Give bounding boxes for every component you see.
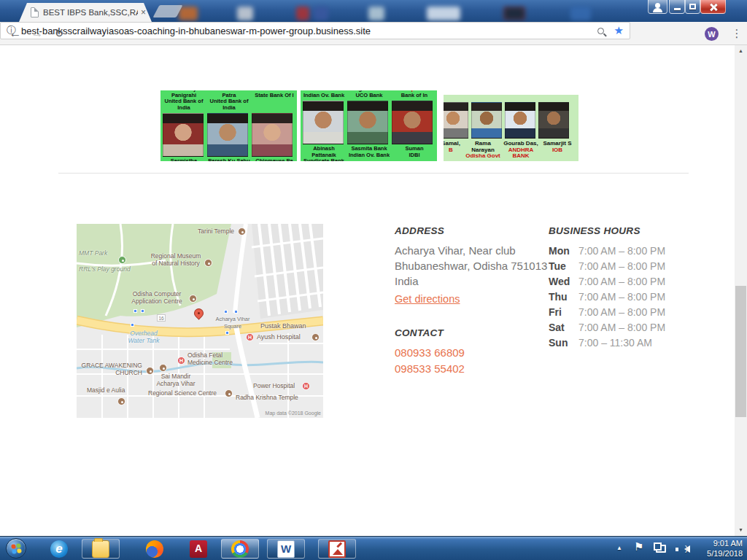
forward-button[interactable]: → (26, 22, 48, 45)
student-photo (303, 101, 344, 144)
back-button[interactable]: ← (4, 22, 26, 45)
windows-logo-icon (11, 543, 22, 554)
network-icon[interactable] (656, 545, 666, 553)
taskbar-item-internet-explorer[interactable]: e (47, 539, 71, 559)
desktop-icon-blur (179, 7, 198, 20)
phone-link[interactable]: 080933 66809 (395, 346, 465, 359)
student-bank: State Bank Of I (255, 92, 293, 98)
student-name: Chinmayee Pa (255, 158, 293, 161)
scrollbar-thumb[interactable] (735, 286, 746, 417)
maximize-button[interactable] (685, 0, 700, 14)
map-copyright: Map data ©2018 Google (266, 411, 321, 416)
museum-poi-icon (204, 259, 212, 267)
phone-link[interactable]: 098533 55402 (395, 362, 465, 375)
word-icon: W (277, 540, 295, 558)
folder-icon (92, 540, 109, 558)
contact-heading: CONTACT (395, 327, 444, 338)
student-photo (252, 113, 293, 157)
get-directions-link[interactable]: Get directions (395, 293, 460, 305)
map-label: Overhead Water Tank (122, 330, 166, 344)
hours-day: Wed (549, 276, 570, 287)
student-name: Abinash Pattanaik (311, 145, 336, 158)
map-label: Power Hospital (253, 383, 295, 390)
close-window-button[interactable] (700, 0, 726, 14)
browser-tab[interactable]: BEST IBPS Bank,SSC,RAIL × (19, 3, 152, 22)
map-label: Regional Science Centre (148, 390, 217, 397)
hours-time: 7:00 AM – 8:00 PM (578, 291, 665, 303)
tab-title: BEST IBPS Bank,SSC,RAIL (43, 8, 138, 17)
minimize-button[interactable] (669, 0, 685, 14)
start-button[interactable] (6, 538, 26, 559)
student-bank: Bank of In (401, 92, 427, 98)
hours-time: 7:00 AM – 8:00 PM (578, 306, 665, 318)
student-bank: IDBI (409, 152, 420, 158)
poi-icon (311, 333, 320, 341)
taskbar-item-firefox[interactable] (142, 539, 167, 559)
mandir-poi-icon (159, 364, 167, 372)
students-collage-3: Samal,B Rama NarayanOdisha Govt Gourab D… (444, 95, 578, 161)
map-label: Odisha Computer Application Centre (126, 291, 187, 305)
student-bank: United Bank of India (165, 98, 204, 111)
hours-day: Tue (549, 260, 566, 272)
taskbar-item-picture-manager[interactable] (318, 539, 356, 559)
hours-time: 7:00 – 11:30 AM (578, 337, 652, 349)
tray-expand-arrow[interactable]: ▲ (616, 545, 622, 551)
taskbar-item-adobe-reader[interactable]: A (186, 539, 211, 559)
student-photo (207, 113, 248, 157)
map-label: Sai Mandir Acharya Vihar (150, 373, 202, 387)
bus-stop-icon (224, 310, 228, 314)
location-map[interactable]: Tarini Temple MMT Park RRL's Play ground… (77, 224, 323, 418)
clock-date: 5/19/2018 (707, 549, 743, 559)
address-line: India (395, 275, 419, 287)
minimize-icon (674, 8, 681, 10)
hours-day: Mon (549, 245, 570, 257)
map-label: MMT Park (79, 250, 107, 257)
hospital-icon: H (246, 333, 254, 341)
scroll-down-arrow[interactable]: ▲ (735, 525, 747, 536)
taskbar-item-explorer[interactable] (82, 539, 120, 559)
poi-icon (225, 389, 233, 397)
address-line: Bhubaneshwar, Odisha 751013 (395, 260, 547, 272)
action-center-flag-icon[interactable]: ⚑ (634, 540, 643, 553)
address-heading: ADDRESS (395, 225, 444, 236)
address-bar[interactable]: ⓘ best-banksscrailwayiasoas-coaching-in-… (0, 22, 630, 39)
student-bank: IOB (552, 147, 562, 153)
page-scrollbar[interactable]: ▲ ▲ (735, 45, 747, 536)
students-collage-2: Renuka SahuIndian Ov. Bank Maguni SwainU… (301, 90, 437, 161)
reload-button[interactable]: ↻ (48, 22, 70, 45)
page-content: Radhanarayan PanigrahiUnited Bank of Ind… (0, 45, 735, 536)
extension-w-icon[interactable]: W (705, 27, 719, 41)
profile-button[interactable] (648, 0, 667, 14)
route-shield: 16 (157, 314, 166, 322)
map-label: Acharya Vihar Square (215, 316, 250, 330)
student-bank: ANDHRA BANK (508, 147, 534, 160)
taskbar-clock[interactable]: 9:01 AM 5/19/2018 (707, 539, 743, 559)
map-label: Masjid e Aulia (87, 387, 125, 394)
hospital-icon: H (302, 382, 310, 390)
hours-day: Sat (549, 322, 565, 333)
picture-manager-icon (328, 540, 346, 558)
map-label: RRL's Play ground (79, 266, 131, 273)
taskbar-item-chrome[interactable] (221, 539, 259, 559)
close-icon (709, 3, 717, 11)
student-name: Madhusmita Patra (213, 90, 245, 98)
student-photo (392, 101, 433, 144)
scroll-up-arrow[interactable]: ▲ (735, 45, 747, 56)
bus-stop-icon (225, 331, 229, 335)
page-favicon-icon (31, 7, 39, 18)
taskbar-item-word[interactable]: W (267, 539, 305, 559)
browser-menu-button[interactable]: ⋮ (727, 22, 747, 45)
hours-day: Fri (549, 306, 562, 318)
zoom-icon[interactable] (597, 28, 604, 34)
desktop-icon-blur (570, 7, 591, 20)
student-bank: Indian Ov. Bank (303, 92, 344, 98)
bookmark-star-icon[interactable]: ★ (614, 24, 624, 37)
hours-time: 7:00 AM – 8:00 PM (578, 245, 665, 257)
desktop-icon-blur (237, 7, 253, 20)
tab-close-icon[interactable]: × (141, 7, 146, 18)
hours-day: Thu (549, 291, 568, 303)
hours-time: 7:00 AM – 8:00 PM (578, 260, 665, 272)
student-bank: Odisha Govt (465, 152, 500, 159)
hours-heading: BUSINESS HOURS (549, 225, 640, 236)
volume-icon[interactable] (684, 545, 690, 553)
